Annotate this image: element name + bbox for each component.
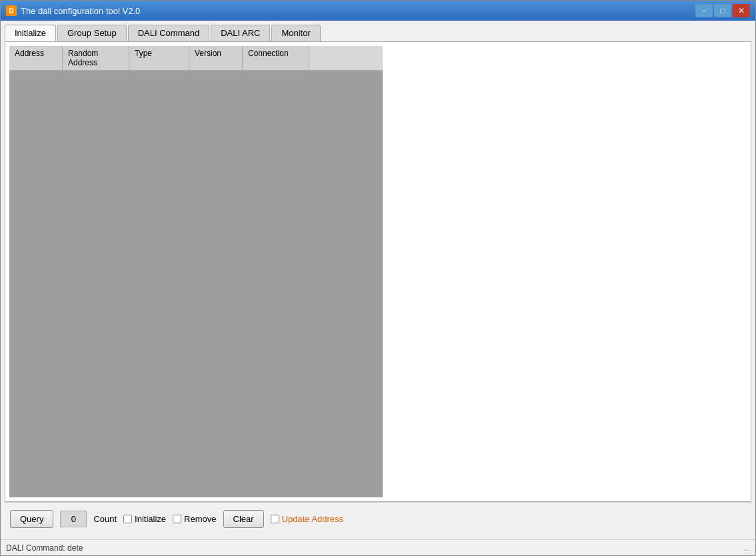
window-title: The dali configuration tool V2.0 — [21, 6, 140, 16]
title-bar-left: D The dali configuration tool V2.0 — [6, 5, 140, 16]
table-header: Address Random Address Type Version Conn… — [9, 46, 383, 71]
query-button[interactable]: Query — [10, 510, 53, 528]
close-button[interactable]: ✕ — [733, 4, 750, 17]
tab-bar: Initialize Group Setup DALI Command DALI… — [5, 25, 751, 41]
status-right: ... — [744, 544, 750, 552]
tab-group-setup[interactable]: Group Setup — [57, 25, 127, 41]
title-bar-controls: – □ ✕ — [695, 4, 750, 17]
tab-initialize[interactable]: Initialize — [5, 25, 56, 41]
title-bar: D The dali configuration tool V2.0 – □ ✕ — [1, 1, 755, 21]
clear-button[interactable]: Clear — [223, 510, 264, 528]
tab-dali-command[interactable]: DALI Command — [128, 25, 209, 41]
content-area: Initialize Group Setup DALI Command DALI… — [1, 21, 755, 539]
count-value-display: 0 — [60, 511, 87, 527]
col-header-address: Address — [9, 46, 63, 70]
col-header-connection: Connection — [243, 46, 309, 70]
col-header-random-address: Random Address — [63, 46, 129, 70]
update-address-text: Update Address — [282, 514, 344, 524]
tab-content-area: Address Random Address Type Version Conn… — [5, 41, 751, 502]
status-text: DALI Command: dete — [6, 543, 83, 553]
initialize-checkbox-text: Initialize — [135, 514, 166, 524]
tab-monitor[interactable]: Monitor — [271, 25, 320, 41]
right-panel — [387, 46, 747, 497]
app-icon: D — [6, 5, 17, 16]
table-body — [9, 71, 383, 497]
initialize-checkbox[interactable] — [123, 515, 132, 523]
col-header-version: Version — [189, 46, 243, 70]
count-label: Count — [93, 514, 117, 524]
main-window: D The dali configuration tool V2.0 – □ ✕… — [0, 0, 756, 556]
update-address-checkbox-label[interactable]: Update Address — [271, 514, 344, 524]
status-bar: DALI Command: dete ... — [1, 539, 755, 555]
col-header-type: Type — [129, 46, 189, 70]
remove-checkbox[interactable] — [173, 515, 181, 523]
initialize-checkbox-label[interactable]: Initialize — [123, 514, 166, 524]
device-table-panel: Address Random Address Type Version Conn… — [9, 46, 383, 497]
bottom-bar: Query 0 Count Initialize Remove Clear Up… — [5, 502, 751, 535]
minimize-button[interactable]: – — [695, 4, 713, 17]
remove-checkbox-text: Remove — [184, 514, 216, 524]
remove-checkbox-label[interactable]: Remove — [173, 514, 216, 524]
tab-dali-arc[interactable]: DALI ARC — [211, 25, 270, 41]
maximize-button[interactable]: □ — [714, 4, 731, 17]
update-address-checkbox[interactable] — [271, 515, 279, 523]
main-panel: Address Random Address Type Version Conn… — [9, 46, 747, 497]
